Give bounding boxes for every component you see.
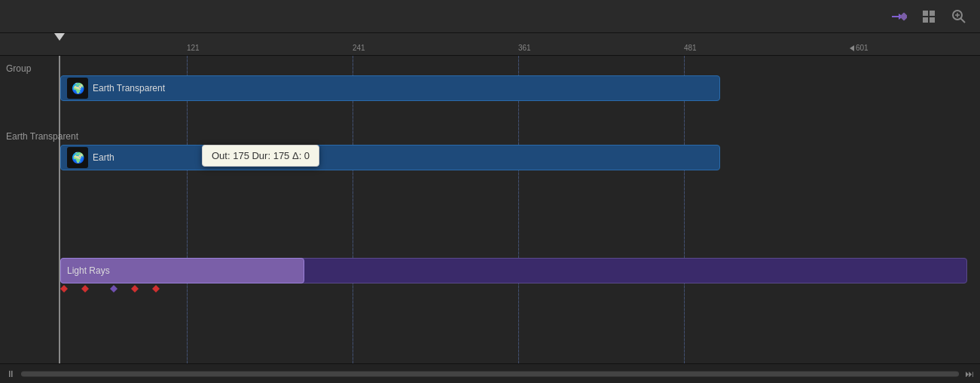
top-toolbar	[0, 0, 980, 33]
svg-rect-4	[930, 11, 935, 16]
svg-rect-6	[930, 17, 935, 23]
group-track: Group 🌍 Earth Transparent	[0, 56, 980, 75]
svg-marker-11	[60, 285, 68, 293]
light-rays-track: Light Rays	[0, 143, 980, 249]
keyframe-button[interactable]	[887, 6, 911, 27]
light-rays-label: Light Rays	[67, 265, 110, 276]
svg-rect-2	[899, 12, 907, 20]
scrollbar[interactable]	[21, 371, 959, 377]
keyframe-dot-4	[131, 285, 139, 293]
svg-marker-15	[152, 285, 160, 293]
group-track-label: Group	[0, 60, 980, 75]
zoom-button[interactable]	[947, 6, 971, 27]
playhead-triangle	[54, 33, 65, 41]
playhead-head	[59, 33, 60, 55]
svg-rect-5	[923, 17, 928, 23]
grid-button[interactable]	[917, 6, 941, 27]
earth-transparent-track: Earth Transparent 🌍 Earth	[0, 75, 980, 143]
keyframe-row	[60, 285, 160, 293]
play-end-button[interactable]: ⏭	[965, 369, 974, 379]
svg-marker-14	[131, 285, 139, 293]
keyframe-dot-1	[60, 285, 68, 293]
svg-marker-12	[81, 285, 89, 293]
svg-line-8	[960, 18, 965, 23]
tooltip: Out: 175 Dur: 175 Δ: 0	[202, 145, 319, 167]
tooltip-text: Out: 175 Dur: 175 Δ: 0	[212, 150, 310, 161]
svg-marker-13	[110, 285, 118, 293]
ruler-ticks: // ticks drawn via CSS pattern	[60, 49, 980, 55]
light-rays-clip[interactable]: Light Rays	[60, 258, 304, 283]
keyframe-dot-5	[152, 285, 160, 293]
pause-button[interactable]: ⏸	[6, 369, 15, 379]
playhead-vline	[59, 56, 60, 363]
scrollbar-track	[21, 372, 959, 376]
keyframe-dot-3	[110, 285, 118, 293]
tracks-container: Group 🌍 Earth Transparent Earth Transpar…	[0, 56, 980, 363]
keyframe-dot-2	[81, 285, 89, 293]
bottom-bar: ⏸ ⏭	[0, 363, 980, 383]
ruler: 121 241 361 481 601 // ticks drawn via C…	[0, 33, 980, 56]
svg-rect-3	[923, 11, 928, 16]
timeline-area: 121 241 361 481 601 // ticks drawn via C…	[0, 33, 980, 363]
earth-transparent-track-label: Earth Transparent	[0, 128, 980, 143]
